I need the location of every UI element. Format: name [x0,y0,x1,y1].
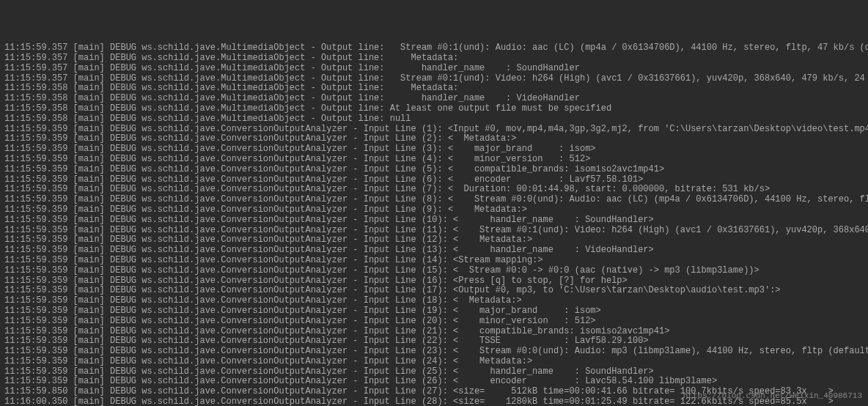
log-line: 11:15:59.359 [main] DEBUG ws.schild.jave… [4,155,864,165]
log-line: 11:15:59.359 [main] DEBUG ws.schild.jave… [4,286,864,296]
log-line: 11:15:59.359 [main] DEBUG ws.schild.jave… [4,296,864,306]
log-line: 11:15:59.359 [main] DEBUG ws.schild.jave… [4,175,864,185]
log-line: 11:15:59.358 [main] DEBUG ws.schild.jave… [4,104,864,114]
log-line: 11:15:59.359 [main] DEBUG ws.schild.jave… [4,125,864,135]
log-line: 11:15:59.359 [main] DEBUG ws.schild.jave… [4,165,864,175]
log-line: 11:15:59.359 [main] DEBUG ws.schild.jave… [4,266,864,276]
console-output[interactable]: 11:15:59.357 [main] DEBUG ws.schild.jave… [4,43,864,406]
log-line: 11:15:59.359 [main] DEBUG ws.schild.jave… [4,336,864,347]
log-line: 11:15:59.359 [main] DEBUG ws.schild.jave… [4,205,864,215]
log-line: 11:15:59.359 [main] DEBUG ws.schild.jave… [4,215,864,226]
log-line: 11:15:59.359 [main] DEBUG ws.schild.jave… [4,134,864,144]
log-line: 11:15:59.357 [main] DEBUG ws.schild.jave… [4,74,864,84]
log-line: 11:15:59.359 [main] DEBUG ws.schild.jave… [4,235,864,246]
log-line: 11:15:59.359 [main] DEBUG ws.schild.jave… [4,377,864,387]
log-line: 11:15:59.359 [main] DEBUG ws.schild.jave… [4,144,864,155]
log-line: 11:15:59.359 [main] DEBUG ws.schild.jave… [4,226,864,236]
log-line: 11:15:59.359 [main] DEBUG ws.schild.jave… [4,367,864,377]
log-line: 11:15:59.359 [main] DEBUG ws.schild.jave… [4,327,864,337]
log-line: 11:15:59.359 [main] DEBUG ws.schild.jave… [4,246,864,256]
log-line: 11:15:59.357 [main] DEBUG ws.schild.jave… [4,64,864,74]
log-line: 11:15:59.359 [main] DEBUG ws.schild.jave… [4,357,864,367]
log-line: 11:15:59.358 [main] DEBUG ws.schild.jave… [4,94,864,104]
log-line: 11:15:59.359 [main] DEBUG ws.schild.jave… [4,347,864,357]
log-line: 11:15:59.359 [main] DEBUG ws.schild.jave… [4,256,864,266]
log-line: 11:15:59.359 [main] DEBUG ws.schild.jave… [4,195,864,205]
watermark-link: https://blog.csdn.net/weixin_40986713 [683,391,862,402]
log-line: 11:15:59.357 [main] DEBUG ws.schild.jave… [4,43,864,53]
log-line: 11:15:59.359 [main] DEBUG ws.schild.jave… [4,317,864,327]
log-line: 11:15:59.359 [main] DEBUG ws.schild.jave… [4,185,864,195]
log-line: 11:15:59.357 [main] DEBUG ws.schild.jave… [4,53,864,64]
log-line: 11:15:59.358 [main] DEBUG ws.schild.jave… [4,114,864,125]
log-line: 11:15:59.358 [main] DEBUG ws.schild.jave… [4,84,864,94]
log-line: 11:15:59.359 [main] DEBUG ws.schild.jave… [4,276,864,287]
log-line: 11:15:59.359 [main] DEBUG ws.schild.jave… [4,306,864,317]
